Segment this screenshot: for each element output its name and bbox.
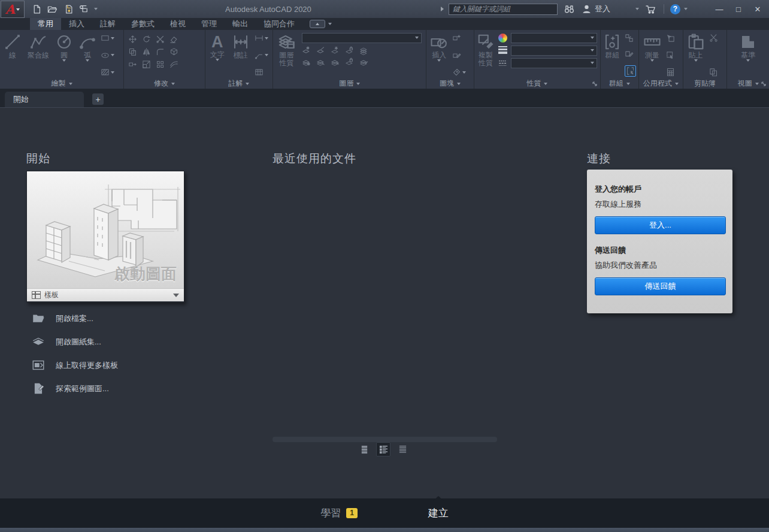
layer-off-icon[interactable] — [302, 46, 311, 55]
templates-bar[interactable]: 樣板 — [27, 288, 184, 301]
layer-freeze-icon[interactable] — [331, 46, 340, 55]
layer-select-combo[interactable] — [302, 33, 422, 43]
open-folder-icon[interactable] — [47, 4, 57, 14]
tab-output[interactable]: 輸出 — [225, 18, 256, 30]
layer-unsaved-icon[interactable] — [331, 58, 340, 66]
match-properties-button[interactable]: 複製性質 — [476, 32, 495, 67]
tab-manage[interactable]: 管理 — [193, 18, 225, 30]
panel-label-annotation[interactable]: 註解 — [205, 78, 273, 89]
panel-label-view[interactable]: 視圖 — [727, 78, 769, 89]
create-block-button[interactable] — [452, 34, 466, 43]
close-button[interactable]: ✕ — [751, 2, 764, 16]
fillet-icon[interactable] — [156, 47, 165, 56]
sign-in-button[interactable]: 登入... — [595, 216, 726, 234]
layer-match-icon[interactable] — [302, 58, 311, 66]
view-mode-thumbnails-button[interactable] — [358, 443, 371, 456]
app-store-button[interactable] — [645, 4, 656, 15]
calculator-button[interactable] — [666, 68, 675, 77]
new-drawing-tab-button[interactable]: + — [92, 93, 104, 105]
minimize-button[interactable]: — — [713, 2, 726, 16]
help-icon[interactable]: ? — [670, 4, 680, 14]
ungroup-button[interactable] — [625, 34, 636, 43]
ellipse-button[interactable] — [101, 51, 114, 60]
leader-button[interactable] — [255, 51, 268, 60]
tab-insert[interactable]: 插入 — [61, 18, 92, 30]
panel-label-groups[interactable]: 群組 — [601, 78, 638, 89]
explode-icon[interactable] — [169, 47, 178, 56]
cut-button[interactable] — [709, 34, 718, 43]
panel-label-utilities[interactable]: 公用程式 — [639, 78, 683, 89]
block-attributes-button[interactable] — [452, 68, 466, 77]
linetype-combo[interactable] — [511, 58, 597, 68]
dimension-button[interactable]: 標註 — [229, 32, 252, 59]
edit-block-button[interactable] — [452, 51, 466, 60]
table-button[interactable] — [255, 68, 268, 77]
circle-button[interactable]: 圓 — [53, 32, 75, 62]
panel-label-layers[interactable]: 圖層 — [273, 78, 426, 89]
layer-previous-icon[interactable] — [316, 58, 325, 66]
group-edit-button[interactable] — [625, 50, 636, 59]
text-button[interactable]: A 文字 — [207, 32, 228, 61]
save-icon[interactable] — [63, 4, 73, 14]
search-expander-icon[interactable] — [441, 7, 444, 11]
maximize-button[interactable]: □ — [732, 2, 745, 16]
templates-dropdown-icon[interactable] — [173, 294, 179, 297]
plot-icon[interactable] — [78, 4, 89, 14]
mirror-icon[interactable] — [142, 47, 151, 56]
view-dialog-launcher-icon[interactable] — [761, 81, 767, 87]
copy-icon[interactable] — [128, 47, 137, 56]
hatch-button[interactable] — [101, 68, 114, 77]
application-menu-button[interactable]: A — [1, 1, 25, 18]
arc-button[interactable]: 弧 — [77, 32, 98, 62]
layer-make-current-icon[interactable] — [359, 46, 368, 55]
erase-icon[interactable] — [169, 35, 178, 44]
recent-scrollbar[interactable] — [273, 437, 497, 442]
create-page-button[interactable]: 建立 — [428, 506, 449, 520]
sign-in-control[interactable]: 登入 — [581, 4, 610, 15]
rotate-icon[interactable] — [142, 35, 151, 44]
quick-select-button[interactable] — [666, 34, 675, 43]
group-button[interactable]: 群組 — [603, 32, 622, 59]
learn-page-button[interactable]: 學習 1 — [320, 506, 358, 520]
move-icon[interactable] — [128, 35, 137, 44]
group-selection-toggle[interactable] — [625, 65, 636, 77]
open-files-link[interactable]: 開啟檔案... — [31, 307, 118, 330]
ribbon-display-toggle[interactable] — [310, 18, 332, 30]
layer-unlock-icon[interactable] — [345, 58, 354, 66]
view-mode-details-button[interactable] — [396, 443, 409, 456]
tab-home[interactable]: 常用 — [30, 18, 61, 30]
measure-button[interactable]: 測量 — [641, 32, 664, 62]
stretch-icon[interactable] — [128, 60, 137, 69]
tab-annotate[interactable]: 註解 — [92, 18, 123, 30]
sample-drawings-link[interactable]: 探索範例圖面... — [31, 377, 118, 400]
polyline-button[interactable]: 聚合線 — [25, 32, 52, 59]
panel-label-draw[interactable]: 繪製 — [0, 78, 123, 89]
offset-icon[interactable] — [169, 60, 178, 69]
base-view-button[interactable]: 基準 — [736, 32, 760, 62]
rectangle-button[interactable] — [101, 34, 114, 43]
properties-dialog-launcher-icon[interactable] — [592, 81, 598, 87]
lineweight-combo[interactable] — [511, 46, 597, 56]
start-drawing-card[interactable]: 啟動圖面 樣板 — [26, 171, 184, 303]
view-mode-list-button[interactable] — [376, 442, 390, 457]
array-icon[interactable] — [156, 60, 165, 69]
help-search-input[interactable] — [449, 4, 558, 15]
help-caret-icon[interactable] — [684, 8, 688, 10]
dim-linear-button[interactable] — [255, 34, 268, 43]
tab-parametric[interactable]: 參數式 — [123, 18, 162, 30]
insert-block-button[interactable]: 插入 — [428, 32, 450, 62]
search-button[interactable] — [564, 4, 575, 15]
send-feedback-button[interactable]: 傳送回饋 — [595, 277, 726, 295]
line-button[interactable]: 線 — [2, 32, 23, 59]
more-templates-link[interactable]: 線上取得更多樣板 — [31, 353, 118, 377]
file-tab-start[interactable]: 開始 — [5, 92, 84, 107]
paste-button[interactable]: 貼上 — [685, 32, 707, 62]
layer-isolate-icon[interactable] — [316, 46, 325, 55]
layer-properties-button[interactable]: 圖層性質 — [275, 32, 298, 67]
panel-label-modify[interactable]: 修改 — [124, 78, 204, 89]
layer-state-icon[interactable] — [359, 58, 368, 66]
sign-in-caret-icon[interactable] — [635, 8, 639, 10]
object-color-combo[interactable] — [511, 33, 597, 43]
tab-collaborate[interactable]: 協同合作 — [256, 18, 302, 30]
select-similar-button[interactable] — [666, 51, 675, 60]
